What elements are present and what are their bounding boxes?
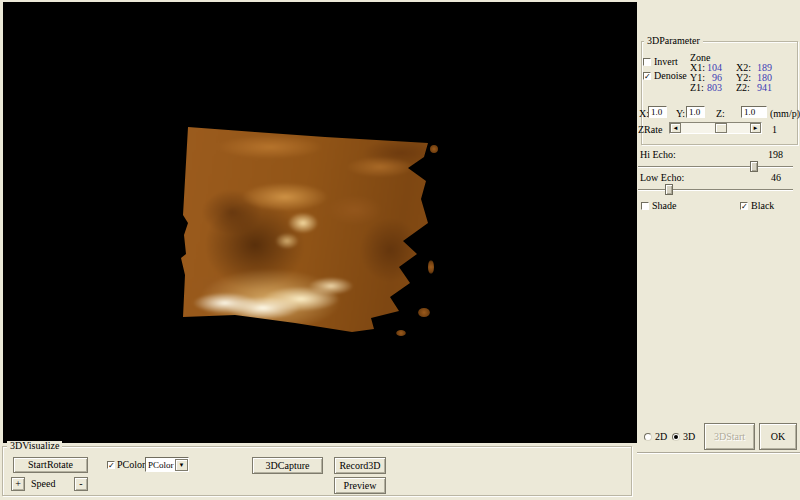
ok-button[interactable]: OK (759, 423, 797, 450)
shade-label: Shade (652, 201, 676, 211)
low-echo-thumb[interactable] (665, 184, 673, 195)
mode-2d-radio[interactable] (644, 433, 652, 441)
invert-label: Invert (654, 57, 678, 67)
pcolor-dropdown-value: PColor (146, 459, 175, 471)
scale-unit-label: (mm/p) (770, 109, 800, 119)
scale-y-label: Y: (676, 109, 685, 119)
panel-separator (637, 452, 800, 454)
low-echo-track[interactable] (638, 189, 793, 191)
3dcapture-button[interactable]: 3DCapture (252, 457, 323, 474)
pcolor-dropdown[interactable]: PColor ▼ (145, 457, 189, 472)
pcolor-checkbox[interactable]: ✓ (107, 461, 115, 469)
chevron-down-icon[interactable]: ▼ (175, 459, 188, 471)
zrate-left-arrow-icon[interactable]: ◄ (670, 123, 681, 133)
invert-checkbox[interactable] (643, 58, 651, 66)
mode-3d-label: 3D (683, 432, 695, 442)
ultrasound-fragment (428, 260, 434, 274)
mode-3d-radio[interactable] (672, 433, 680, 441)
low-echo-label: Low Echo: (640, 173, 684, 183)
zrate-right-arrow-icon[interactable]: ► (750, 123, 761, 133)
shade-checkbox[interactable] (641, 202, 649, 210)
zrate-thumb[interactable] (715, 123, 727, 133)
black-checkbox[interactable]: ✓ (740, 202, 748, 210)
preview-button[interactable]: Preview (334, 477, 386, 494)
denoise-label: Denoise (654, 71, 687, 81)
scale-z-input[interactable] (741, 106, 767, 118)
hi-echo-value: 198 (763, 150, 783, 160)
black-label: Black (751, 201, 774, 211)
zrate-track[interactable] (681, 123, 750, 133)
zone-z2-label: Z2: (736, 83, 750, 93)
zone-z2-value: 941 (750, 83, 772, 93)
speed-label: Speed (31, 479, 55, 489)
scale-z-label: Z: (716, 109, 725, 119)
ultrasound-fragment (430, 145, 438, 153)
zrate-value: 1 (772, 125, 777, 135)
record3d-button[interactable]: Record3D (334, 457, 386, 474)
3dstart-button[interactable]: 3DStart (704, 423, 755, 450)
visualize-group-title: 3DVisualize (7, 441, 62, 451)
ultrasound-3d-render (175, 115, 450, 340)
zrate-label: ZRate (638, 125, 662, 135)
scale-x-input[interactable] (648, 106, 667, 118)
speed-plus-button[interactable]: + (11, 477, 25, 491)
pcolor-label: PColor (117, 460, 145, 470)
low-echo-value: 46 (761, 173, 781, 183)
ultrasound-fragment (418, 308, 430, 317)
zone-z1-value: 803 (698, 83, 722, 93)
scale-y-input[interactable] (686, 106, 705, 118)
start-rotate-button[interactable]: StartRotate (13, 457, 88, 473)
param-group-title: 3DParameter (644, 36, 703, 46)
zrate-scrollbar[interactable]: ◄ ► (669, 122, 762, 134)
mode-2d-label: 2D (655, 432, 667, 442)
speed-minus-button[interactable]: - (74, 477, 88, 491)
hi-echo-label: Hi Echo: (640, 150, 676, 160)
render-viewport[interactable] (3, 2, 637, 443)
hi-echo-track[interactable] (638, 166, 793, 168)
denoise-checkbox[interactable]: ✓ (643, 72, 651, 80)
ultrasound-fragment (396, 330, 406, 336)
app-window: { "colors": { "background": "#ece9d8", "… (0, 0, 800, 500)
hi-echo-thumb[interactable] (750, 161, 758, 172)
